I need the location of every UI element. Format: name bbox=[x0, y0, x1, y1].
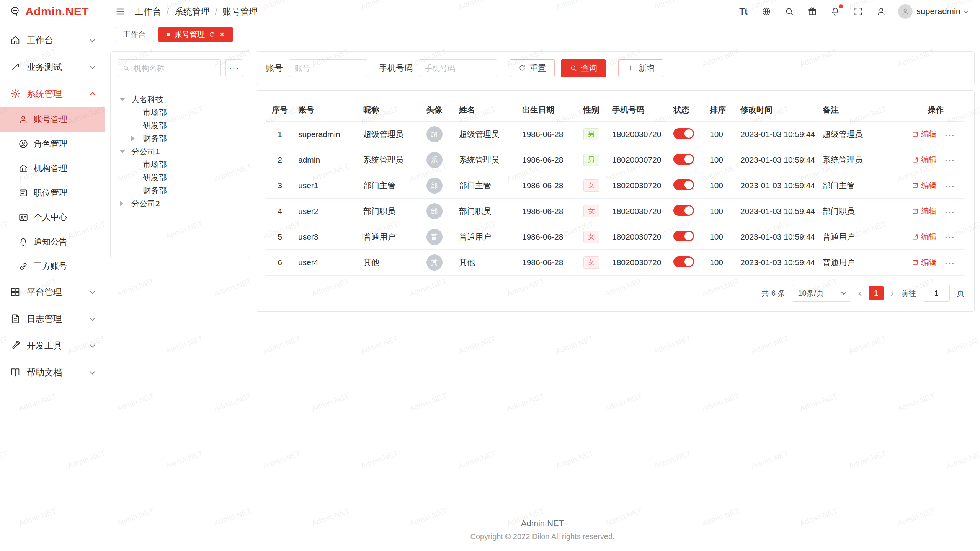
add-button[interactable]: 新增 bbox=[618, 59, 663, 77]
tree-node[interactable]: 分公司2 bbox=[118, 197, 243, 210]
row-more-icon[interactable]: ··· bbox=[945, 130, 955, 139]
menu-toggle[interactable] bbox=[114, 5, 126, 18]
edit-button[interactable]: 编辑 bbox=[912, 257, 937, 267]
font-size-icon[interactable]: Tt bbox=[737, 5, 750, 18]
edit-button[interactable]: 编辑 bbox=[912, 129, 937, 139]
sidebar-item-business-test[interactable]: 业务测试 bbox=[0, 54, 105, 80]
phone-input[interactable] bbox=[419, 59, 497, 77]
cell-remark: 部门主管 bbox=[818, 173, 907, 199]
profile-icon[interactable] bbox=[875, 5, 887, 18]
tab-workbench[interactable]: 工作台 bbox=[115, 27, 154, 42]
content: ··· 大名科技 市场部 研发部 bbox=[105, 45, 980, 312]
edit-button[interactable]: 编辑 bbox=[912, 231, 937, 242]
page-size-select[interactable]: 10条/页 bbox=[792, 285, 851, 302]
wrench-icon bbox=[10, 340, 21, 351]
column-header-birthday: 出生日期 bbox=[518, 98, 575, 122]
row-more-icon[interactable]: ··· bbox=[945, 259, 955, 267]
edit-button[interactable]: 编辑 bbox=[912, 155, 937, 165]
theme-icon[interactable] bbox=[806, 5, 818, 18]
tab-close-icon[interactable]: × bbox=[219, 30, 225, 39]
tree-node[interactable]: 研发部 bbox=[118, 119, 243, 132]
globe-icon[interactable] bbox=[760, 5, 773, 18]
sidebar-item-org-management[interactable]: 机构管理 bbox=[0, 156, 105, 181]
tree-caret-icon[interactable] bbox=[120, 98, 131, 101]
tree-node[interactable]: 财务部 bbox=[118, 184, 243, 197]
sidebar-item-label: 机构管理 bbox=[34, 163, 67, 174]
avatar: 超 bbox=[426, 126, 443, 142]
status-toggle[interactable] bbox=[673, 231, 694, 241]
footer: Admin.NET Copyright © 2022 Dilon All rig… bbox=[105, 518, 980, 551]
tree-node[interactable]: 市场部 bbox=[118, 106, 243, 119]
sidebar-item-notice[interactable]: 通知公告 bbox=[0, 230, 105, 254]
cell-index: 2 bbox=[266, 147, 294, 173]
page-number-button[interactable]: 1 bbox=[869, 286, 884, 300]
tree-caret-icon[interactable] bbox=[120, 150, 131, 153]
avatar: 部 bbox=[426, 178, 443, 194]
status-toggle[interactable] bbox=[673, 128, 694, 139]
breadcrumb-item[interactable]: 工作台 bbox=[135, 6, 161, 18]
status-toggle[interactable] bbox=[673, 205, 694, 216]
sidebar-item-position-management[interactable]: 职位管理 bbox=[0, 181, 105, 205]
edit-icon bbox=[912, 207, 919, 215]
sidebar-item-role-management[interactable]: 角色管理 bbox=[0, 132, 105, 156]
sidebar-item-label: 开发工具 bbox=[27, 340, 62, 352]
toggle-knob bbox=[684, 181, 693, 189]
row-more-icon[interactable]: ··· bbox=[945, 233, 955, 242]
tree-node[interactable]: 市场部 bbox=[118, 158, 243, 171]
row-more-icon[interactable]: ··· bbox=[945, 207, 955, 216]
sidebar-item-workbench[interactable]: 工作台 bbox=[0, 27, 105, 54]
toggle-knob bbox=[684, 155, 693, 163]
tree-node[interactable]: 财务部 bbox=[118, 132, 243, 145]
status-toggle[interactable] bbox=[673, 256, 694, 267]
sidebar-item-account-management[interactable]: 账号管理 bbox=[0, 107, 105, 132]
tree-caret-icon[interactable] bbox=[131, 136, 143, 141]
org-search-input[interactable] bbox=[134, 64, 216, 73]
goto-page-input[interactable] bbox=[923, 285, 950, 302]
sidebar-item-label: 职位管理 bbox=[34, 187, 67, 199]
status-toggle[interactable] bbox=[673, 154, 694, 165]
reset-button[interactable]: 重置 bbox=[510, 59, 555, 77]
badge-icon bbox=[18, 188, 28, 198]
chevron-down-icon bbox=[90, 315, 96, 321]
prev-page-button[interactable]: ‹ bbox=[858, 288, 862, 298]
tab-account-management[interactable]: 账号管理 × bbox=[158, 27, 233, 42]
row-more-icon[interactable]: ··· bbox=[945, 156, 955, 165]
cell-birthday: 1986-06-28 bbox=[518, 199, 575, 224]
tree-caret-icon[interactable] bbox=[120, 201, 131, 206]
edit-icon bbox=[912, 156, 919, 163]
breadcrumb-item[interactable]: 系统管理 bbox=[174, 6, 209, 18]
search-button[interactable]: 查询 bbox=[561, 59, 606, 77]
sidebar-item-log-management[interactable]: 日志管理 bbox=[0, 305, 105, 332]
tree-node[interactable]: 研发部 bbox=[118, 171, 243, 184]
tree-node[interactable]: 大名科技 bbox=[118, 93, 243, 106]
account-input[interactable] bbox=[289, 59, 368, 77]
cell-index: 6 bbox=[266, 250, 294, 276]
status-toggle[interactable] bbox=[673, 179, 694, 190]
next-page-button[interactable]: › bbox=[890, 288, 894, 298]
sidebar-item-help-docs[interactable]: 帮助文档 bbox=[0, 359, 105, 386]
row-more-icon[interactable]: ··· bbox=[945, 182, 955, 191]
edit-button[interactable]: 编辑 bbox=[912, 206, 937, 216]
edit-button[interactable]: 编辑 bbox=[912, 180, 937, 191]
search-icon[interactable] bbox=[783, 5, 795, 18]
sidebar-item-system-management[interactable]: 系统管理 bbox=[0, 80, 105, 107]
user-menu[interactable]: superadmin bbox=[898, 4, 968, 19]
sidebar-item-platform-management[interactable]: 平台管理 bbox=[0, 279, 105, 305]
org-more-button[interactable]: ··· bbox=[225, 59, 243, 77]
tab-refresh-icon[interactable] bbox=[209, 31, 216, 38]
sidebar-item-personal-center[interactable]: 个人中心 bbox=[0, 205, 105, 230]
gender-badge: 男 bbox=[583, 128, 599, 140]
avatar: 系 bbox=[426, 152, 443, 168]
search-icon bbox=[122, 64, 130, 72]
sidebar-item-label: 系统管理 bbox=[27, 88, 62, 100]
table-row: 5 user3 普通用户 普 普通用户 1986-06-28 女 1802003… bbox=[266, 224, 964, 250]
tree-node[interactable]: 分公司1 bbox=[118, 145, 243, 158]
sidebar-item-dev-tools[interactable]: 开发工具 bbox=[0, 332, 105, 359]
cell-order: 100 bbox=[705, 224, 736, 250]
sidebar-item-third-party-account[interactable]: 三方账号 bbox=[0, 254, 105, 279]
fullscreen-icon[interactable] bbox=[852, 5, 864, 18]
gender-badge: 男 bbox=[583, 154, 599, 166]
pagination: 共 6 条 10条/页 ‹ 1 › 前往 页 bbox=[266, 276, 964, 302]
notification-icon[interactable] bbox=[829, 5, 841, 18]
cell-name: 其他 bbox=[454, 250, 518, 276]
